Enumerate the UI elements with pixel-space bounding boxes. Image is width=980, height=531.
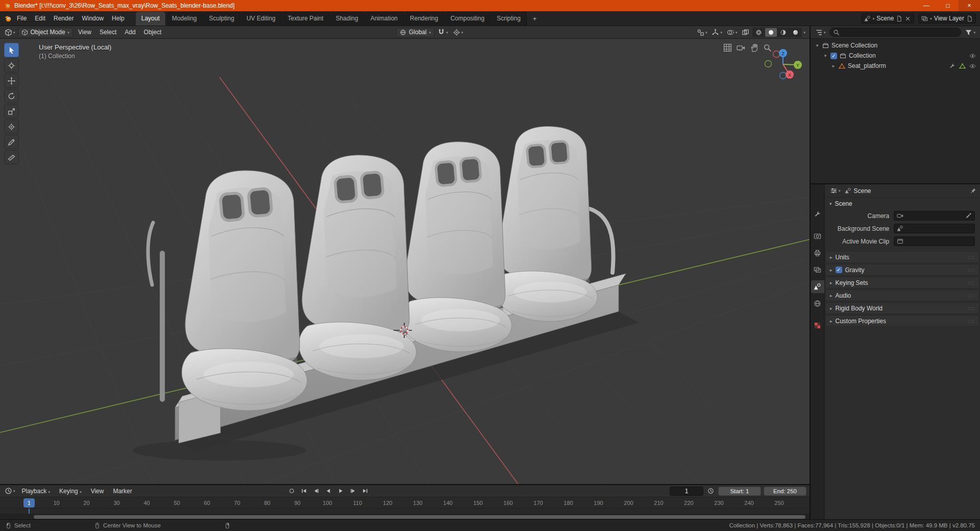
collection-visibility-eye-icon[interactable] [969,53,976,59]
eyedropper-icon[interactable] [965,212,972,219]
frame-start-field[interactable]: Start: 1 [718,487,761,496]
gravity-checkbox[interactable]: ✓ [836,267,842,273]
viewport-menu-item[interactable]: Select [95,27,120,37]
blender-app-menu-icon[interactable] [4,15,12,22]
use-preview-range-button[interactable] [706,487,716,495]
tab-output-properties[interactable] [811,247,824,259]
gizmo-x-label[interactable]: X [788,73,791,78]
show-overlays-button[interactable]: ▾ [725,28,739,37]
window-maximize-button[interactable]: □ [937,0,959,11]
timeline-menu-view[interactable]: View [87,486,108,496]
previous-keyframe-button[interactable] [311,487,322,496]
shading-rendered-button[interactable] [790,28,801,37]
outliner-row-collection[interactable]: ▾ ✓ Collection [811,51,980,61]
viewport-menu-item[interactable]: Add [120,27,139,37]
show-object-types-button[interactable]: ▾ [695,28,709,37]
panel-audio[interactable]: ▸ Audio :::: [825,289,979,301]
main-menu-item[interactable]: Window [78,13,108,23]
timeline-menu-marker[interactable]: Marker [109,486,136,496]
workspace-tab[interactable]: Sculpting [204,12,240,26]
tool-annotate[interactable] [4,135,19,149]
play-button[interactable] [335,487,346,496]
tab-tool-properties[interactable] [811,208,824,221]
outliner-search-input[interactable] [829,28,962,37]
timeline-scrollbar[interactable] [34,515,805,519]
tool-cursor[interactable] [4,58,19,73]
tool-rotate[interactable] [4,89,19,103]
shading-material-button[interactable] [777,28,789,37]
workspace-tab[interactable]: Modeling [166,12,203,26]
next-keyframe-button[interactable] [348,487,358,496]
outliner-filter-button[interactable]: ▾ [963,28,977,37]
properties-editor-type-selector[interactable]: ▾ [828,186,842,196]
active-movie-clip-field[interactable] [894,236,975,246]
shading-solid-button[interactable] [765,28,777,37]
tab-render-properties[interactable] [811,230,824,243]
outliner-row-seat-platform[interactable]: ▸ Seat_platform [811,61,980,71]
panel-keying-sets[interactable]: ▸ Keying Sets :::: [825,277,979,288]
gizmo-z-label[interactable]: Z [781,51,785,56]
proportional-editing-toggle[interactable]: ▾ [451,28,465,37]
main-menu-item[interactable]: File [13,13,31,23]
view-layer-selector[interactable]: ▾ View Layer [918,13,976,23]
grid-ortho-icon[interactable] [723,43,732,52]
transform-orientation-selector[interactable]: Global ▾ [396,28,434,37]
main-menu-item[interactable]: Render [50,13,78,23]
tab-scene-properties[interactable] [811,280,824,293]
frame-end-field[interactable]: End: 250 [764,487,806,496]
workspace-tab[interactable]: UV Editing [241,12,282,26]
viewport-menu-item[interactable]: Object [140,27,166,37]
tool-transform[interactable] [4,119,19,134]
unlink-scene-icon[interactable] [904,15,911,22]
timeline-menu-keying[interactable]: Keying ▾ [55,486,86,496]
scene-section-header[interactable]: ▾ Scene [825,198,980,209]
mesh-data-icon[interactable] [959,63,966,69]
camera-view-icon[interactable] [737,43,745,52]
main-menu-item[interactable]: Help [108,13,129,23]
workspace-tab[interactable]: Scripting [491,12,527,26]
snap-toggle[interactable]: ▾ [436,28,450,37]
gizmo-y-label[interactable]: Y [796,63,799,68]
tool-select-box[interactable] [4,43,19,57]
scene-selector[interactable]: ▾ Scene [861,13,915,23]
object-visibility-eye-icon[interactable] [969,63,976,69]
add-workspace-button[interactable]: + [528,13,542,24]
panel-gravity[interactable]: ▸ ✓ Gravity :::: [825,264,979,276]
outliner-editor-type-selector[interactable]: ▾ [814,28,827,37]
panel-custom-properties[interactable]: ▸ Custom Properties :::: [825,315,979,327]
tool-scale[interactable] [4,104,19,118]
viewport-menu-item[interactable]: View [74,27,95,37]
tab-view-layer-properties[interactable] [811,263,824,276]
new-scene-icon[interactable] [896,15,902,22]
panel-units[interactable]: ▸ Units :::: [825,251,979,263]
timeline-track[interactable] [0,509,810,514]
show-gizmo-button[interactable]: ▾ [710,28,724,37]
workspace-tab[interactable]: Texture Paint [282,12,330,26]
xray-toggle[interactable] [740,28,751,37]
pin-icon[interactable] [970,187,976,194]
playhead[interactable]: 1 [23,498,35,508]
panel-rigid-body-world[interactable]: ▸ Rigid Body World :::: [825,302,979,314]
main-menu-item[interactable]: Edit [31,13,50,23]
collection-checkbox[interactable]: ✓ [830,53,837,59]
auto-keying-button[interactable] [286,487,297,496]
background-scene-field[interactable] [894,224,975,233]
timeline-menu-playback[interactable]: Playback ▾ [18,486,55,496]
window-minimize-button[interactable]: — [916,0,937,11]
timeline-ruler[interactable]: 1020304050607080901001101201301401501601… [0,497,810,509]
playhead-line[interactable] [29,509,30,514]
outliner-row-scene-collection[interactable]: ▾ Scene Collection [811,40,980,51]
timeline-editor-type-selector[interactable]: ▾ [3,486,17,496]
camera-field[interactable] [894,211,975,221]
viewport-canvas[interactable] [0,39,810,484]
tab-world-properties[interactable] [811,297,824,310]
tool-move[interactable] [4,74,19,88]
workspace-tab[interactable]: Compositing [445,12,491,26]
jump-to-start-button[interactable] [299,487,309,496]
workspace-tab[interactable]: Rendering [404,12,444,26]
window-close-button[interactable]: × [959,0,980,11]
current-frame-field[interactable]: 1 [670,487,703,496]
workspace-tab[interactable]: Layout [136,12,166,26]
workspace-tab[interactable]: Animation [365,12,404,26]
tool-measure[interactable] [4,150,19,164]
